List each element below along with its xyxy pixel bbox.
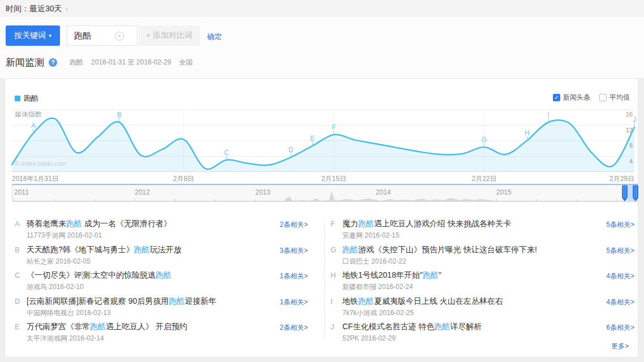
timeline-handle-left[interactable]: [622, 185, 628, 198]
news-title-text: 《一切尽失》评测:太空中的惊险脱逃: [27, 270, 156, 279]
news-keyword-link[interactable]: 跑酷: [90, 322, 106, 331]
news-item-title: 跑酷游戏《失控下山》预告片曝光 快让这台破车停下来!: [342, 244, 586, 255]
news-keyword-link[interactable]: 跑酷: [342, 245, 358, 254]
news-item-title: 骑着老鹰来跑酷 成为一名《无限滑行者》: [27, 218, 270, 229]
news-item-source: 中国网络电视台 2016-02-13: [27, 308, 308, 317]
news-title-text: [云南新闻联播]新春记者观察 90后男孩用: [27, 296, 169, 305]
time-filter-prefix: 时间：: [6, 4, 29, 13]
timeline-handle-right[interactable]: [633, 185, 638, 198]
timeline-tick: [215, 199, 216, 201]
news-item-title: 地铁跑酷夏威夷版今日上线 火山在左丛林在右: [342, 296, 586, 307]
news-related-link[interactable]: 3条相关>: [280, 246, 308, 256]
news-title-text: 天天酷跑?韩《地下城与勇士》: [27, 245, 134, 254]
timeline-year-label: 2013: [255, 188, 271, 196]
news-keyword-link[interactable]: 跑酷: [66, 219, 82, 228]
help-icon[interactable]: ?: [49, 58, 57, 67]
timeline-tick: [255, 199, 256, 201]
news-item-source: 游戏鸟 2016-02-10: [27, 282, 308, 291]
timeline-tick: [496, 199, 497, 201]
news-item-source: 口袋巴士 2016-02-22: [342, 257, 634, 266]
news-related-link[interactable]: 6条相关>: [606, 323, 634, 333]
news-item-title: 地铁1号线2018年开始"跑酷": [342, 270, 586, 281]
more-link[interactable]: 更多>: [611, 342, 629, 351]
x-tick-label: 2016年1月31日: [12, 174, 59, 184]
news-title-text: 魔力: [342, 219, 358, 228]
news-keyword-link[interactable]: 跑酷: [134, 245, 150, 254]
y-tick-label: 16: [626, 111, 633, 118]
news-item-title: 《一切尽失》评测:太空中的惊险脱逃跑酷: [27, 270, 270, 281]
timeline-tick: [95, 199, 95, 201]
checkbox-label: 平均值: [609, 93, 630, 102]
news-keyword-link[interactable]: 跑酷: [358, 296, 374, 305]
news-title-text: ": [439, 270, 441, 279]
news-keyword-link[interactable]: 跑酷: [169, 296, 184, 305]
chart-canvas: [12, 108, 634, 172]
chart-point-label-A: A: [31, 122, 36, 130]
news-title-text: 成为一名《无限滑行者》: [82, 219, 171, 228]
news-item-source: 新疆都市报 2016-02-24: [342, 282, 634, 291]
y-tick-label: 4: [629, 158, 633, 165]
timeline-tick: [416, 199, 417, 201]
keyword-input[interactable]: [67, 25, 138, 46]
checkbox-icon[interactable]: ✓: [553, 94, 560, 101]
news-title-text: 地铁1号线2018年开始": [342, 270, 423, 279]
news-related-link[interactable]: 5条相关>: [606, 220, 634, 230]
news-keyword-link[interactable]: 跑酷: [423, 270, 439, 279]
news-item-E: E万代南梦宫《非常跑酷遇上吃豆人》 开启预约太平洋游戏网 2016-02-142…: [15, 321, 308, 347]
news-related-link[interactable]: 1条相关>: [280, 272, 308, 281]
page-title: 新闻监测: [6, 56, 44, 69]
timeline-tick: [536, 199, 537, 201]
news-title-text: 迎接新年: [184, 296, 216, 305]
time-filter-value[interactable]: 最近30天: [29, 4, 62, 13]
news-related-link[interactable]: 1条相关>: [280, 298, 308, 307]
chart-point-tick: [527, 136, 527, 139]
news-item-source: 站长之家 2016-02-05: [27, 257, 308, 266]
checkbox-news-headline[interactable]: ✓ 新闻头条: [553, 93, 590, 102]
time-range-filter[interactable]: 时间：最近30天›: [6, 4, 68, 14]
chart-point-tick: [119, 118, 119, 121]
timeline-tick: [577, 199, 577, 201]
news-keyword-link[interactable]: 跑酷: [156, 270, 171, 279]
column-divider: [324, 221, 325, 339]
meta-date-range: 2016-01-31 至 2016-02-29: [91, 58, 171, 67]
news-related-link[interactable]: 5条相关>: [606, 246, 634, 256]
news-item-letter: B: [15, 245, 20, 254]
timeline-scrubber[interactable]: 20112012201320142015: [12, 184, 638, 202]
chart-point-label-C: C: [224, 149, 229, 157]
caret-down-icon: ▾: [49, 33, 51, 38]
x-tick-label: 2月15日: [321, 174, 346, 184]
add-compare-button[interactable]: + 添加对比词: [139, 25, 200, 46]
controls-band: 按关键词▾ + + 添加对比词 确定 新闻监测 ? 跑酷 2016-01-31 …: [0, 17, 644, 78]
news-item-J: JCF生化模式名胜古迹 特色跑酷详尽解析52PK 2016-02-296条相关>: [330, 321, 634, 347]
news-title-text: 玩法开放: [150, 245, 182, 254]
timeline-tick: [14, 199, 15, 201]
news-related-link[interactable]: 4条相关>: [606, 272, 634, 281]
news-title-text: 骑着老鹰来: [27, 219, 66, 228]
news-item-source: 11773手游网 2016-02-01: [27, 231, 308, 240]
keyword-mode-button[interactable]: 按关键词▾: [6, 25, 60, 46]
x-tick-label: 2月22日: [471, 174, 496, 184]
news-title-text: 遇上吃豆人游戏介绍 快来挑战各种关卡: [374, 219, 511, 228]
news-item-source: 太平洋游戏网 2016-02-14: [27, 334, 308, 343]
timeline-tick: [135, 199, 135, 201]
checkbox-icon[interactable]: [599, 94, 607, 101]
confirm-button[interactable]: 确定: [207, 32, 222, 42]
meta-region: 全国: [179, 58, 192, 67]
news-item-D: D[云南新闻联播]新春记者观察 90后男孩用跑酷迎接新年中国网络电视台 2016…: [15, 296, 308, 322]
clear-keyword-icon[interactable]: +: [115, 32, 124, 41]
checkbox-average[interactable]: 平均值: [599, 93, 630, 102]
news-item-letter: E: [15, 322, 20, 331]
chart-point-label-I: I: [548, 111, 549, 119]
news-item-F: F魔力跑酷遇上吃豆人游戏介绍 快来挑战各种关卡安趣网 2016-02-155条相…: [330, 218, 634, 244]
chevron-right-icon: ›: [66, 5, 68, 13]
timeline-tick: [175, 199, 175, 201]
watermark: © index.baidu.com: [15, 160, 66, 167]
news-item-title: [云南新闻联播]新春记者观察 90后男孩用跑酷迎接新年: [27, 296, 270, 307]
news-related-link[interactable]: 4条相关>: [606, 298, 634, 307]
y-axis-label: 媒体指数: [15, 110, 42, 119]
top-strip: 时间：最近30天›: [0, 0, 644, 17]
news-keyword-link[interactable]: 跑酷: [358, 219, 374, 228]
news-related-link[interactable]: 2条相关>: [280, 220, 308, 230]
news-keyword-link[interactable]: 跑酷: [435, 322, 450, 331]
news-related-link[interactable]: 2条相关>: [280, 323, 308, 333]
